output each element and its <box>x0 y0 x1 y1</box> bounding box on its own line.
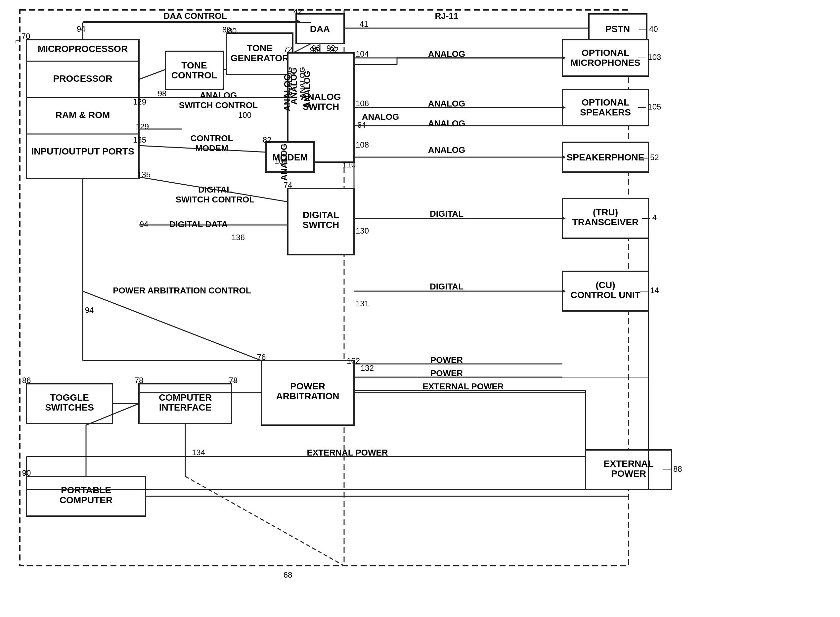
svg-text:98: 98 <box>158 89 167 98</box>
svg-text:INTERFACE: INTERFACE <box>159 402 212 413</box>
svg-text:(TRU): (TRU) <box>593 207 618 217</box>
svg-text:MICROPROCESSOR: MICROPROCESSOR <box>38 44 128 54</box>
svg-text:94: 94 <box>140 220 149 229</box>
svg-text:ANALOG: ANALOG <box>428 99 465 109</box>
svg-text:MICROPHONES: MICROPHONES <box>570 58 641 68</box>
svg-text:COMPUTER: COMPUTER <box>59 495 112 505</box>
svg-text:ANALOG: ANALOG <box>428 118 465 128</box>
svg-text:— 4: — 4 <box>642 213 657 222</box>
svg-text:POWER ARBITRATION CONTROL: POWER ARBITRATION CONTROL <box>113 285 251 295</box>
svg-text:PROCESSOR: PROCESSOR <box>53 74 112 84</box>
svg-text:(CU): (CU) <box>595 280 615 290</box>
svg-text:TONE: TONE <box>181 60 207 71</box>
svg-text:SWITCH CONTROL: SWITCH CONTROL <box>176 195 254 204</box>
svg-text:135: 135 <box>133 135 146 144</box>
svg-text:130: 130 <box>356 226 369 235</box>
svg-text:MODEM: MODEM <box>195 143 228 153</box>
svg-text:SWITCH CONTROL: SWITCH CONTROL <box>179 100 258 110</box>
svg-text:ANALOG: ANALOG <box>428 145 465 155</box>
svg-text:TRANSCEIVER: TRANSCEIVER <box>572 217 639 227</box>
svg-text:136: 136 <box>232 233 245 242</box>
svg-text:CONTROL: CONTROL <box>171 70 217 80</box>
svg-text:EXTERNAL: EXTERNAL <box>604 459 654 469</box>
svg-text:42: 42 <box>294 7 303 16</box>
svg-text:108: 108 <box>356 140 369 149</box>
svg-text:INPUT/OUTPUT PORTS: INPUT/OUTPUT PORTS <box>31 146 134 156</box>
svg-text:100: 100 <box>238 111 251 120</box>
svg-text:ANALOG: ANALOG <box>428 49 465 59</box>
svg-text:70: 70 <box>22 32 30 41</box>
svg-text:131: 131 <box>356 299 369 308</box>
block-diagram: MICROPROCESSOR PROCESSOR RAM & ROM INPUT… <box>0 0 840 617</box>
svg-text:— 52: — 52 <box>640 153 659 162</box>
svg-text:— 40: — 40 <box>639 25 658 33</box>
svg-text:RJ-11: RJ-11 <box>435 11 459 21</box>
svg-text:SPEAKERPHONE: SPEAKERPHONE <box>567 152 645 162</box>
svg-text:— 88: — 88 <box>663 465 682 474</box>
svg-text:134: 134 <box>192 448 205 457</box>
svg-text:ANALOG: ANALOG <box>200 90 237 100</box>
svg-text:ANALOG: ANALOG <box>279 143 289 181</box>
svg-text:94: 94 <box>85 306 94 314</box>
svg-text:86: 86 <box>22 376 31 385</box>
svg-text:EXTERNAL POWER: EXTERNAL POWER <box>307 447 388 458</box>
svg-text:⌐: ⌐ <box>15 36 20 45</box>
svg-text:68: 68 <box>283 570 292 579</box>
svg-text:— 14: — 14 <box>640 286 659 295</box>
svg-text:COMPUTER: COMPUTER <box>159 393 212 403</box>
svg-text:78: 78 <box>135 376 143 385</box>
svg-text:ANALOG: ANALOG <box>285 67 294 98</box>
svg-text:DIGITAL: DIGITAL <box>430 209 464 219</box>
svg-text:SWITCH: SWITCH <box>303 220 339 230</box>
svg-text:94: 94 <box>77 25 86 33</box>
svg-text:TOGGLE: TOGGLE <box>50 393 89 403</box>
svg-text:DIGITAL: DIGITAL <box>303 210 339 220</box>
svg-text:PORTABLE: PORTABLE <box>61 485 111 495</box>
svg-text:96: 96 <box>311 44 320 53</box>
svg-text:80: 80 <box>228 27 237 35</box>
svg-text:CONTROL UNIT: CONTROL UNIT <box>570 290 640 300</box>
svg-text:132: 132 <box>361 363 374 372</box>
svg-text:POWER: POWER <box>430 368 463 378</box>
svg-text:SWITCHES: SWITCHES <box>45 402 94 413</box>
svg-text:129: 129 <box>136 122 149 131</box>
svg-text:ANALOG: ANALOG <box>298 67 306 98</box>
svg-text:104: 104 <box>356 49 369 58</box>
svg-text:DIGITAL DATA: DIGITAL DATA <box>169 219 227 229</box>
svg-text:DAA: DAA <box>310 24 330 34</box>
svg-text:CONTROL: CONTROL <box>190 133 233 143</box>
svg-text:72: 72 <box>283 45 292 54</box>
svg-text:106: 106 <box>356 99 369 108</box>
svg-text:TONE: TONE <box>247 43 272 53</box>
svg-text:EXTERNAL POWER: EXTERNAL POWER <box>422 381 503 391</box>
svg-text:RAM & ROM: RAM & ROM <box>56 110 110 120</box>
svg-text:78: 78 <box>229 376 238 385</box>
svg-text:OPTIONAL: OPTIONAL <box>582 48 630 58</box>
svg-text:DIGITAL: DIGITAL <box>430 282 464 291</box>
svg-text:129: 129 <box>133 97 146 106</box>
svg-text:OPTIONAL: OPTIONAL <box>582 97 630 108</box>
svg-text:92: 92 <box>326 44 335 53</box>
svg-text:ANALOG: ANALOG <box>362 112 399 122</box>
svg-text:41: 41 <box>360 19 369 28</box>
svg-text:— 103: — 103 <box>638 53 661 62</box>
svg-text:POWER: POWER <box>430 355 463 365</box>
svg-text:DAA CONTROL: DAA CONTROL <box>164 11 227 21</box>
svg-text:GENERATOR: GENERATOR <box>230 53 289 63</box>
svg-text:82: 82 <box>263 135 272 144</box>
svg-text:POWER: POWER <box>611 468 646 479</box>
svg-text:SPEAKERS: SPEAKERS <box>580 107 631 117</box>
svg-text:— 105: — 105 <box>638 102 661 111</box>
svg-text:ARBITRATION: ARBITRATION <box>276 391 340 401</box>
svg-text:74: 74 <box>283 181 292 190</box>
svg-text:POWER: POWER <box>290 381 325 391</box>
svg-text:64: 64 <box>357 120 366 129</box>
svg-text:PSTN: PSTN <box>605 24 630 34</box>
svg-rect-3 <box>27 40 139 179</box>
